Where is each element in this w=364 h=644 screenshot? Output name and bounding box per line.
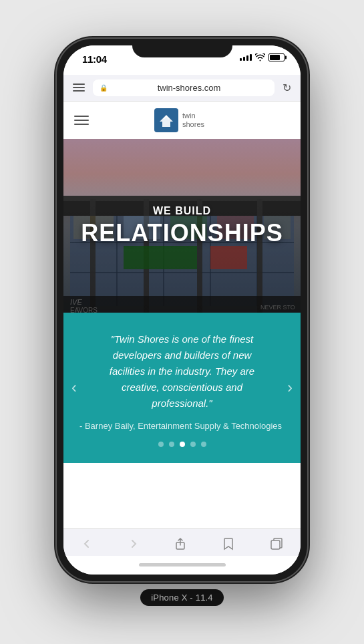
svg-rect-27 (271, 540, 280, 549)
address-bar[interactable]: 🔒 twin-shores.com (93, 79, 275, 96)
home-indicator (63, 556, 301, 575)
testimonial-dot-5[interactable] (201, 442, 206, 447)
back-icon (81, 538, 92, 549)
browser-bar: 🔒 twin-shores.com ↻ (63, 75, 301, 102)
browser-back-button[interactable] (71, 536, 103, 552)
bookmarks-icon (222, 537, 234, 550)
phone-shell: 11:04 (57, 39, 307, 581)
testimonial-prev-button[interactable]: ‹ (66, 373, 82, 402)
tabs-icon (270, 538, 283, 550)
hero-text: WE BUILD RELATIONSHIPS (75, 205, 289, 247)
url-text: twin-shores.com (110, 83, 268, 93)
testimonial-dot-4[interactable] (190, 442, 196, 447)
share-icon (174, 537, 186, 550)
site-menu-button[interactable] (74, 116, 89, 125)
testimonial-dots (77, 442, 287, 447)
testimonial-section: ‹ › "Twin Shores is one of the finest de… (63, 313, 301, 463)
testimonial-dot-1[interactable] (158, 442, 164, 447)
testimonial-dot-2[interactable] (169, 442, 174, 447)
wifi-icon (255, 53, 265, 61)
testimonial-next-button[interactable]: › (282, 373, 298, 402)
browser-share-button[interactable] (164, 534, 197, 553)
signal-icon (240, 54, 252, 61)
hero-section: IVE EAVORS NEVER STO WE BUILD RELATIONSH… (63, 139, 301, 313)
browser-address-row: 🔒 twin-shores.com ↻ (63, 75, 301, 101)
hero-title: RELATIONSHIPS (75, 220, 289, 247)
status-time: 11:04 (82, 53, 107, 65)
testimonial-author: - Barney Baily, Entertainment Supply & T… (77, 421, 287, 431)
logo-text: twin shores (182, 112, 204, 128)
battery-icon (268, 53, 285, 61)
site-nav: twin shores (63, 102, 301, 139)
browser-tabs-button[interactable] (260, 535, 293, 552)
lock-icon: 🔒 (100, 84, 108, 92)
hero-subtitle: WE BUILD (75, 205, 289, 217)
testimonial-quote: "Twin Shores is one of the finest develo… (77, 331, 287, 412)
logo-icon (154, 108, 178, 132)
browser-menu-button[interactable] (70, 81, 87, 94)
phone-label: iPhone X - 11.4 (140, 589, 224, 606)
phone-screen: 11:04 (63, 45, 301, 575)
testimonial-dot-3[interactable] (180, 442, 185, 447)
reload-button[interactable]: ↻ (280, 79, 294, 97)
browser-toolbar (63, 528, 301, 556)
forward-icon (128, 538, 139, 549)
notch (132, 39, 232, 57)
page-wrapper: 11:04 (57, 39, 307, 606)
browser-bookmarks-button[interactable] (212, 534, 245, 553)
site-logo[interactable]: twin shores (154, 108, 204, 132)
status-icons (240, 53, 285, 61)
website-content: twin shores (63, 102, 301, 528)
browser-forward-button[interactable] (118, 536, 150, 552)
